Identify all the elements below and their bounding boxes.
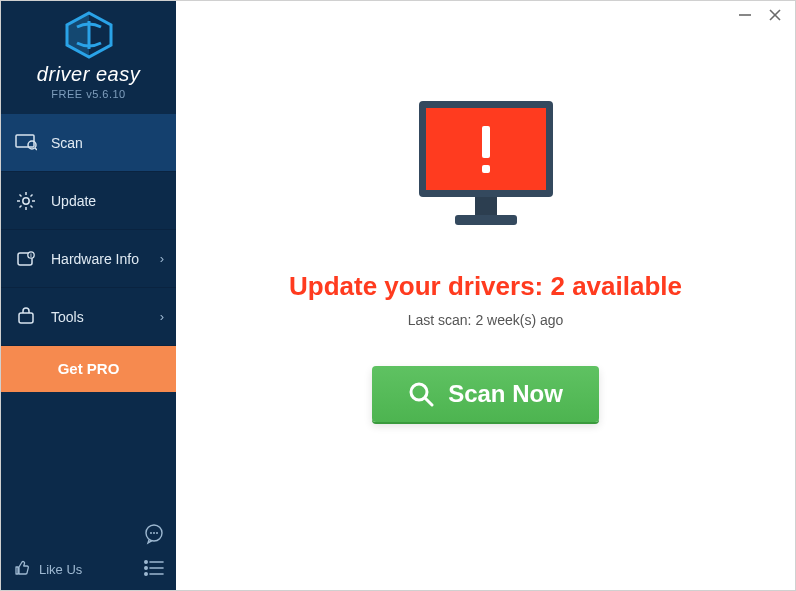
like-us-button[interactable]: Like Us <box>13 559 82 580</box>
like-us-label: Like Us <box>39 562 82 577</box>
brand-name: driver easy <box>1 63 176 86</box>
sidebar-spacer <box>1 392 176 514</box>
minimize-icon <box>738 8 752 22</box>
titlebar <box>176 1 795 29</box>
headline-text: Update your drivers: 2 available <box>289 271 682 302</box>
brand-version: FREE v5.6.10 <box>1 88 176 100</box>
sidebar-footer: Like Us <box>1 514 176 590</box>
svg-rect-36 <box>482 126 490 158</box>
svg-line-5 <box>35 148 37 150</box>
svg-point-27 <box>145 573 147 575</box>
sidebar-item-update[interactable]: Update <box>1 172 176 230</box>
svg-line-39 <box>426 399 433 406</box>
chevron-right-icon: › <box>160 251 164 266</box>
sidebar-item-scan[interactable]: Scan <box>1 114 176 172</box>
sidebar-item-tools[interactable]: Tools › <box>1 288 176 346</box>
magnifier-icon <box>408 381 434 407</box>
minimize-button[interactable] <box>737 7 753 23</box>
svg-point-21 <box>153 532 155 534</box>
svg-rect-18 <box>19 313 33 323</box>
last-scan-text: Last scan: 2 week(s) ago <box>408 312 564 328</box>
app-window: driver easy FREE v5.6.10 Scan Update i <box>0 0 796 591</box>
scan-now-button[interactable]: Scan Now <box>372 366 599 422</box>
svg-line-14 <box>31 194 33 196</box>
sidebar-item-label: Hardware Info <box>51 251 139 267</box>
sidebar-item-label: Tools <box>51 309 84 325</box>
speech-bubble-icon <box>143 523 165 545</box>
svg-point-25 <box>145 567 147 569</box>
svg-point-20 <box>150 532 152 534</box>
sidebar: driver easy FREE v5.6.10 Scan Update i <box>1 1 176 590</box>
close-icon <box>768 8 782 22</box>
thumbs-up-icon <box>13 559 31 580</box>
scan-icon <box>15 132 37 154</box>
logo-area: driver easy FREE v5.6.10 <box>1 1 176 114</box>
chevron-right-icon: › <box>160 309 164 324</box>
svg-rect-35 <box>455 215 517 225</box>
sidebar-nav: Scan Update i Hardware Info › Tools <box>1 114 176 392</box>
monitor-alert-icon <box>401 93 571 243</box>
hardware-icon: i <box>15 248 37 270</box>
gear-icon <box>15 190 37 212</box>
svg-line-12 <box>31 205 33 207</box>
svg-line-11 <box>20 194 22 196</box>
get-pro-button[interactable]: Get PRO <box>1 346 176 392</box>
content-area: Update your drivers: 2 available Last sc… <box>176 29 795 590</box>
svg-point-23 <box>145 561 147 563</box>
svg-rect-37 <box>482 165 490 173</box>
menu-button[interactable] <box>142 556 166 580</box>
feedback-button[interactable] <box>142 522 166 546</box>
svg-marker-1 <box>67 13 89 57</box>
sidebar-item-hardware-info[interactable]: i Hardware Info › <box>1 230 176 288</box>
svg-point-22 <box>156 532 158 534</box>
scan-button-label: Scan Now <box>448 380 563 408</box>
alert-illustration <box>401 93 571 247</box>
tools-icon <box>15 306 37 328</box>
svg-rect-34 <box>475 197 497 215</box>
list-icon <box>143 560 165 576</box>
brand-logo-icon <box>63 11 115 59</box>
svg-point-6 <box>23 197 29 203</box>
svg-point-4 <box>28 141 36 149</box>
sidebar-item-label: Update <box>51 193 96 209</box>
close-button[interactable] <box>767 7 783 23</box>
sidebar-item-label: Scan <box>51 135 83 151</box>
svg-line-13 <box>20 205 22 207</box>
footer-icons <box>142 522 166 580</box>
main-panel: Update your drivers: 2 available Last sc… <box>176 1 795 590</box>
